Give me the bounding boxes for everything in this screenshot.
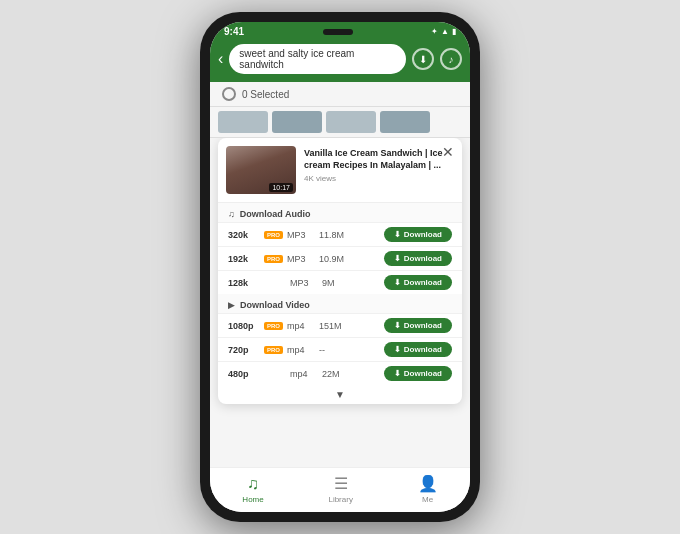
audio-format-192k: MP3 bbox=[287, 254, 315, 264]
video-thumbnail: 10:17 bbox=[226, 146, 296, 194]
status-bar: 9:41 ✦ ▲ ▮ bbox=[210, 22, 470, 40]
modal-card: ✕ 10:17 Vanilla Ice Cream Sandwich | Ice… bbox=[218, 138, 462, 404]
bluetooth-icon: ✦ bbox=[431, 27, 438, 36]
video-header: 10:17 Vanilla Ice Cream Sandwich | Ice c… bbox=[218, 138, 462, 203]
phone-screen: 9:41 ✦ ▲ ▮ ‹ sweet and salty ice cream s… bbox=[210, 22, 470, 512]
download-button-audio-128k[interactable]: ⬇ Download bbox=[384, 275, 452, 290]
video-row-1080p: 1080p PRO mp4 151M ⬇ Download bbox=[218, 313, 462, 337]
selected-bar: 0 Selected bbox=[210, 82, 470, 107]
download-button-audio-320k[interactable]: ⬇ Download bbox=[384, 227, 452, 242]
pro-badge-720p: PRO bbox=[264, 346, 283, 354]
download-icon-audio-192k: ⬇ bbox=[394, 254, 401, 263]
tab-thumb-2[interactable] bbox=[272, 111, 322, 133]
nav-item-library[interactable]: ☰ Library bbox=[328, 474, 352, 504]
download-icon-video-1080p: ⬇ bbox=[394, 321, 401, 330]
wifi-icon: ▲ bbox=[441, 27, 449, 36]
modal-area: ✕ 10:17 Vanilla Ice Cream Sandwich | Ice… bbox=[210, 138, 470, 467]
download-icon-video-720p: ⬇ bbox=[394, 345, 401, 354]
phone-frame: 9:41 ✦ ▲ ▮ ‹ sweet and salty ice cream s… bbox=[200, 12, 480, 522]
home-icon: ♫ bbox=[247, 475, 259, 493]
download-icon-video-480p: ⬇ bbox=[394, 369, 401, 378]
audio-section-icon: ♫ bbox=[228, 209, 235, 219]
home-label: Home bbox=[242, 495, 263, 504]
video-section-header: ▶ Download Video bbox=[218, 294, 462, 313]
tab-thumb-1[interactable] bbox=[218, 111, 268, 133]
video-quality-720p: 720p bbox=[228, 345, 260, 355]
download-button-video-720p[interactable]: ⬇ Download bbox=[384, 342, 452, 357]
pro-badge-320k: PRO bbox=[264, 231, 283, 239]
video-quality-480p: 480p bbox=[228, 369, 260, 379]
video-format-720p: mp4 bbox=[287, 345, 315, 355]
audio-size-192k: 10.9M bbox=[319, 254, 380, 264]
audio-size-320k: 11.8M bbox=[319, 230, 380, 240]
nav-item-me[interactable]: 👤 Me bbox=[418, 474, 438, 504]
music-icon[interactable]: ♪ bbox=[440, 48, 462, 70]
search-actions: ⬇ ♪ bbox=[412, 48, 462, 70]
download-button-video-1080p[interactable]: ⬇ Download bbox=[384, 318, 452, 333]
audio-section-header: ♫ Download Audio bbox=[218, 203, 462, 222]
me-label: Me bbox=[422, 495, 433, 504]
audio-section-label: Download Audio bbox=[240, 209, 311, 219]
video-duration: 10:17 bbox=[269, 183, 293, 192]
library-label: Library bbox=[328, 495, 352, 504]
audio-row-320k: 320k PRO MP3 11.8M ⬇ Download bbox=[218, 222, 462, 246]
audio-format-320k: MP3 bbox=[287, 230, 315, 240]
bottom-nav: ♫ Home ☰ Library 👤 Me bbox=[210, 467, 470, 512]
tab-thumb-4[interactable] bbox=[380, 111, 430, 133]
pro-badge-1080p: PRO bbox=[264, 322, 283, 330]
video-views: 4K views bbox=[304, 174, 454, 183]
video-row-480p: 480p mp4 22M ⬇ Download bbox=[218, 361, 462, 385]
download-button-audio-192k[interactable]: ⬇ Download bbox=[384, 251, 452, 266]
audio-format-128k: MP3 bbox=[290, 278, 318, 288]
video-section-icon: ▶ bbox=[228, 300, 235, 310]
audio-quality-128k: 128k bbox=[228, 278, 260, 288]
video-info: Vanilla Ice Cream Sandwich | Ice cream R… bbox=[304, 146, 454, 194]
me-icon: 👤 bbox=[418, 474, 438, 493]
video-size-1080p: 151M bbox=[319, 321, 380, 331]
nav-item-home[interactable]: ♫ Home bbox=[242, 475, 263, 504]
video-format-480p: mp4 bbox=[290, 369, 318, 379]
download-button-video-480p[interactable]: ⬇ Download bbox=[384, 366, 452, 381]
close-button[interactable]: ✕ bbox=[442, 144, 454, 160]
status-icons: ✦ ▲ ▮ bbox=[431, 27, 456, 36]
audio-row-128k: 128k MP3 9M ⬇ Download bbox=[218, 270, 462, 294]
tab-thumbnails bbox=[210, 107, 470, 138]
search-input[interactable]: sweet and salty ice cream sandwitch bbox=[229, 44, 406, 74]
back-button[interactable]: ‹ bbox=[218, 50, 223, 68]
video-title: Vanilla Ice Cream Sandwich | Ice cream R… bbox=[304, 148, 454, 171]
selected-count: 0 Selected bbox=[242, 89, 289, 100]
download-audio-icon[interactable]: ⬇ bbox=[412, 48, 434, 70]
more-button[interactable]: ▼ bbox=[218, 385, 462, 404]
video-size-720p: -- bbox=[319, 345, 380, 355]
video-section-label: Download Video bbox=[240, 300, 310, 310]
video-row-720p: 720p PRO mp4 -- ⬇ Download bbox=[218, 337, 462, 361]
audio-size-128k: 9M bbox=[322, 278, 380, 288]
battery-icon: ▮ bbox=[452, 27, 456, 36]
tab-thumb-3[interactable] bbox=[326, 111, 376, 133]
download-icon-audio-320k: ⬇ bbox=[394, 230, 401, 239]
library-icon: ☰ bbox=[334, 474, 348, 493]
video-size-480p: 22M bbox=[322, 369, 380, 379]
selected-circle bbox=[222, 87, 236, 101]
audio-quality-192k: 192k bbox=[228, 254, 260, 264]
download-icon-audio-128k: ⬇ bbox=[394, 278, 401, 287]
video-format-1080p: mp4 bbox=[287, 321, 315, 331]
status-notch bbox=[323, 29, 353, 35]
video-quality-1080p: 1080p bbox=[228, 321, 260, 331]
status-time: 9:41 bbox=[224, 26, 244, 37]
audio-row-192k: 192k PRO MP3 10.9M ⬇ Download bbox=[218, 246, 462, 270]
pro-badge-192k: PRO bbox=[264, 255, 283, 263]
search-bar: ‹ sweet and salty ice cream sandwitch ⬇ … bbox=[210, 40, 470, 82]
audio-quality-320k: 320k bbox=[228, 230, 260, 240]
